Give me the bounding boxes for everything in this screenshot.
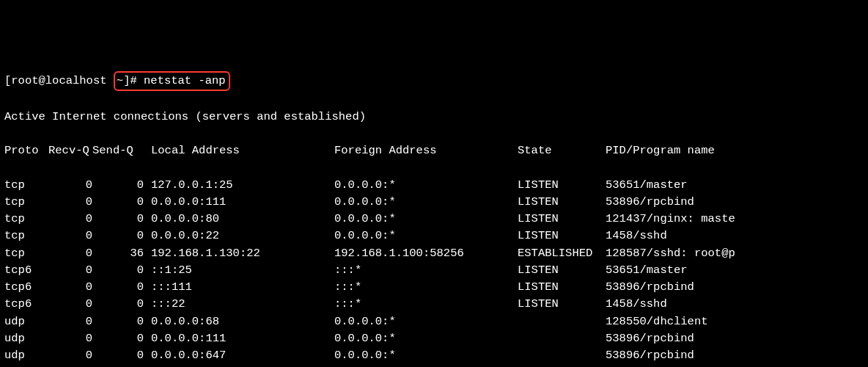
cell-proto: tcp: [4, 228, 48, 244]
cell-state: LISTEN: [518, 194, 606, 211]
inet-header: ProtoRecv-QSend-Q Local AddressForeign A…: [4, 142, 864, 159]
cell-foreign: 192.168.1.100:58256: [334, 245, 518, 262]
prompt-prefix: [root@localhost: [4, 74, 114, 87]
cell-pid: 53651/master: [606, 262, 688, 279]
cell-sendq: 0: [92, 347, 144, 364]
cell-state: ESTABLISHED: [518, 245, 606, 262]
cell-state: LISTEN: [518, 211, 606, 228]
table-row: tcp036 192.168.1.130:22192.168.1.100:582…: [4, 245, 864, 262]
cell-recvq: 0: [48, 279, 92, 296]
cell-pid: 53896/rpcbind: [606, 347, 694, 364]
cell-state: LISTEN: [518, 177, 606, 194]
cell-local: 0.0.0.0:111: [151, 330, 334, 347]
cell-pid: 1458/sshd: [606, 296, 667, 313]
cell-sendq: 0: [92, 177, 144, 194]
cell-pid: 53896/rpcbind: [606, 330, 694, 347]
table-row: udp00 0.0.0.0:6470.0.0.0:*53896/rpcbind: [4, 347, 864, 364]
cell-proto: tcp6: [4, 262, 48, 279]
cell-proto: udp: [4, 313, 48, 330]
shell-prompt[interactable]: [root@localhost ~]# netstat -anp: [4, 71, 864, 91]
table-row: tcp00 0.0.0.0:220.0.0.0:*LISTEN1458/sshd: [4, 228, 864, 244]
cell-local: 0.0.0.0:22: [151, 228, 334, 244]
cell-foreign: :::*: [334, 364, 518, 367]
cell-sendq: 36: [92, 245, 144, 262]
cell-local: :::22: [151, 296, 334, 313]
cell-pid: 53896/rpcbind: [606, 194, 694, 211]
cell-foreign: 0.0.0.0:*: [334, 194, 518, 211]
inet-table-body: tcp00 127.0.0.1:250.0.0.0:*LISTEN53651/m…: [4, 177, 864, 368]
cell-state: LISTEN: [518, 296, 606, 313]
hdr-foreign: Foreign Address: [334, 142, 518, 159]
cell-sendq: 0: [92, 313, 144, 330]
cell-recvq: 0: [48, 211, 92, 228]
cell-state: LISTEN: [518, 279, 606, 296]
cell-sendq: 0: [92, 194, 144, 211]
cell-proto: tcp: [4, 177, 48, 194]
cell-pid: 1458/sshd: [606, 228, 667, 244]
cell-sendq: 0: [92, 296, 144, 313]
cell-proto: tcp: [4, 194, 48, 211]
cell-proto: udp6: [4, 364, 48, 367]
cell-foreign: 0.0.0.0:*: [334, 313, 518, 330]
cell-foreign: 0.0.0.0:*: [334, 228, 518, 244]
cell-foreign: 0.0.0.0:*: [334, 177, 518, 194]
cell-proto: tcp: [4, 211, 48, 228]
hdr-proto: Proto: [4, 142, 48, 159]
cell-pid: 53896/rpcbind: [606, 279, 694, 296]
cell-proto: udp: [4, 347, 48, 364]
cell-sendq: 0: [92, 262, 144, 279]
cell-recvq: 0: [48, 330, 92, 347]
cell-recvq: 0: [48, 245, 92, 262]
cell-foreign: 0.0.0.0:*: [334, 347, 518, 364]
table-row: tcp00 0.0.0.0:1110.0.0.0:*LISTEN53896/rp…: [4, 194, 864, 211]
cell-sendq: 0: [92, 228, 144, 244]
table-row: tcp00 0.0.0.0:800.0.0.0:*LISTEN121437/ng…: [4, 211, 864, 228]
command-highlight: ~]# netstat -anp: [114, 71, 230, 91]
cell-pid: 121437/nginx: maste: [606, 211, 735, 228]
cell-pid: 128550/dhclient: [606, 313, 708, 330]
table-row: udp600 :::111:::*53896/rpcbind: [4, 364, 864, 367]
cell-recvq: 0: [48, 313, 92, 330]
cell-sendq: 0: [92, 330, 144, 347]
cell-foreign: 0.0.0.0:*: [334, 211, 518, 228]
cell-recvq: 0: [48, 228, 92, 244]
cell-local: 192.168.1.130:22: [151, 245, 334, 262]
cell-state: LISTEN: [518, 262, 606, 279]
cell-foreign: :::*: [334, 296, 518, 313]
cell-recvq: 0: [48, 364, 92, 367]
cell-proto: udp: [4, 330, 48, 347]
cell-recvq: 0: [48, 262, 92, 279]
cell-pid: 128587/sshd: root@p: [606, 245, 735, 262]
cell-recvq: 0: [48, 194, 92, 211]
table-row: tcp600 :::22:::*LISTEN1458/sshd: [4, 296, 864, 313]
cell-local: 127.0.0.1:25: [151, 177, 334, 194]
table-row: udp00 0.0.0.0:1110.0.0.0:*53896/rpcbind: [4, 330, 864, 347]
cell-local: :::111: [151, 364, 334, 367]
hdr-recvq: Recv-Q: [48, 142, 92, 159]
hdr-state: State: [518, 142, 606, 159]
cell-recvq: 0: [48, 296, 92, 313]
cell-local: ::1:25: [151, 262, 334, 279]
hdr-sendq: Send-Q: [92, 142, 144, 159]
cell-foreign: :::*: [334, 279, 518, 296]
cell-pid: 53896/rpcbind: [606, 364, 694, 367]
hdr-pid: PID/Program name: [606, 142, 715, 159]
hdr-local: Local Address: [151, 142, 334, 159]
cell-local: :::111: [151, 279, 334, 296]
cell-local: 0.0.0.0:68: [151, 313, 334, 330]
table-row: tcp600 :::111:::*LISTEN53896/rpcbind: [4, 279, 864, 296]
cell-proto: tcp: [4, 245, 48, 262]
cell-foreign: 0.0.0.0:*: [334, 330, 518, 347]
cell-recvq: 0: [48, 347, 92, 364]
cell-sendq: 0: [92, 211, 144, 228]
cell-proto: tcp6: [4, 279, 48, 296]
cell-sendq: 0: [92, 364, 144, 367]
table-row: udp00 0.0.0.0:680.0.0.0:*128550/dhclient: [4, 313, 864, 330]
cell-state: LISTEN: [518, 228, 606, 244]
cell-recvq: 0: [48, 177, 92, 194]
cell-pid: 53651/master: [606, 177, 688, 194]
table-row: tcp00 127.0.0.1:250.0.0.0:*LISTEN53651/m…: [4, 177, 864, 194]
cell-local: 0.0.0.0:111: [151, 194, 334, 211]
cell-foreign: :::*: [334, 262, 518, 279]
cell-proto: tcp6: [4, 296, 48, 313]
